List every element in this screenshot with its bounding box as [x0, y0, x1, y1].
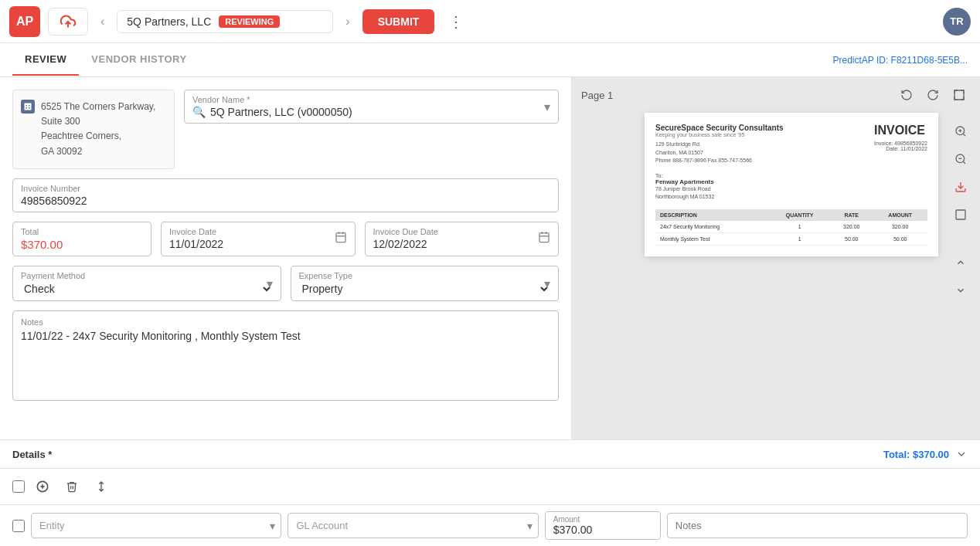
invoice-table-cell: 50.00 — [830, 232, 873, 245]
top-nav: AP ‹ 5Q Partners, LLC REVIEWING › SUBMIT… — [0, 0, 980, 43]
fit-page-button[interactable] — [948, 83, 971, 107]
address-block: 6525 The Corners Parkway, Suite 300 Peac… — [12, 90, 175, 169]
invoice-company-info: SecureSpace Security Consultants Keeping… — [655, 124, 784, 165]
split-button[interactable] — [90, 475, 113, 498]
invoice-to: To: Fenway Apartments 78 Juniper Brook R… — [655, 173, 927, 202]
scroll-down-button[interactable] — [949, 279, 972, 302]
delete-line-button[interactable] — [60, 475, 83, 498]
tab-review[interactable]: REVIEW — [12, 44, 79, 76]
payment-method-select[interactable]: Check — [21, 282, 273, 296]
invoice-due-date-label: Invoice Due Date — [373, 227, 551, 236]
form-area: 6525 The Corners Parkway, Suite 300 Peac… — [0, 77, 571, 413]
invoice-date-input[interactable] — [169, 238, 347, 250]
svg-rect-5 — [29, 107, 30, 109]
zoom-in-button[interactable] — [949, 120, 972, 143]
invoice-number-field: Invoice Number — [12, 178, 559, 212]
invoice-table-cell: 1 — [769, 221, 830, 233]
building-icon — [21, 100, 35, 114]
details-total: Total: $370.00 — [883, 449, 949, 460]
nav-status-badge: REVIEWING — [219, 15, 280, 28]
app-logo: AP — [9, 6, 40, 37]
entity-select[interactable]: Entity — [31, 513, 281, 538]
line-amount-field: Amount $370.00 — [545, 511, 661, 540]
details-header[interactable]: Details * Total: $370.00 — [0, 440, 980, 469]
vendor-name-label: Vendor Name * — [192, 95, 550, 104]
svg-line-16 — [963, 134, 965, 136]
nav-prev-button[interactable]: ‹ — [96, 12, 109, 32]
invoice-number-row: Invoice Number — [12, 178, 559, 212]
notes-textarea[interactable]: 11/01/22 - 24x7 Security Monitoring , Mo… — [21, 330, 550, 392]
download-button[interactable] — [949, 175, 972, 198]
details-actions — [0, 469, 980, 505]
total-value: $370.00 — [21, 238, 143, 251]
invoice-due-date-field: Invoice Due Date — [365, 222, 560, 256]
invoice-company-addr: 129 Sturbridge Rd. Charlton, MA 01507 Ph… — [655, 141, 784, 165]
invoice-table-cell: 24x7 Security Monitoring — [655, 221, 769, 233]
invoice-table-cell: 1 — [769, 232, 830, 245]
rotate-right-button[interactable] — [921, 83, 944, 107]
col-amount: AMOUNT — [873, 209, 927, 221]
tab-vendor-history[interactable]: VENDOR HISTORY — [79, 44, 199, 76]
payment-method-label: Payment Method — [21, 271, 273, 280]
line-item-row: Entity ▾ GL Account ▾ Amount $370.00 — [0, 505, 980, 546]
add-line-button[interactable] — [31, 475, 54, 498]
expense-type-field: Expense Type Property ▾ — [291, 266, 560, 301]
svg-rect-1 — [25, 103, 32, 110]
invoice-date-label: Invoice Date — [169, 227, 347, 236]
invoice-table: DESCRIPTION QUANTITY RATE AMOUNT 24x7 Se… — [655, 209, 927, 246]
preview-toolbar: Page 1 — [572, 77, 980, 113]
address-vendor-row: 6525 The Corners Parkway, Suite 300 Peac… — [12, 90, 559, 169]
fullscreen-button[interactable] — [949, 203, 972, 226]
total-field: Total $370.00 — [12, 222, 151, 256]
upload-button[interactable] — [48, 8, 88, 36]
invoice-header: SecureSpace Security Consultants Keeping… — [655, 124, 927, 165]
line-item-checkbox[interactable] — [12, 520, 25, 532]
notes-label: Notes — [21, 317, 550, 327]
date-row: Total $370.00 Invoice Date Invoice Due D… — [12, 222, 559, 256]
bottom-details: Details * Total: $370.00 Entity ▾ — [0, 439, 980, 546]
address-line2: Peachtree Corners, — [41, 129, 165, 144]
preview-side-tools — [949, 120, 972, 302]
vendor-name-field: Vendor Name * 🔍 ▾ — [184, 90, 559, 124]
col-description: DESCRIPTION — [655, 209, 769, 221]
address-line3: GA 30092 — [41, 144, 165, 159]
details-chevron-icon — [955, 448, 968, 460]
invoice-company-tagline: Keeping your business safe since '95 — [655, 132, 784, 137]
invoice-due-date-input[interactable] — [373, 238, 551, 250]
entity-field: Entity ▾ — [31, 513, 281, 538]
invoice-meta: Invoice: 49856850922 Date: 11/01/2022 — [874, 141, 927, 151]
submit-button[interactable]: SUBMIT — [362, 9, 435, 34]
invoice-document: SecureSpace Security Consultants Keeping… — [645, 113, 938, 256]
invoice-table-cell: 320.00 — [830, 221, 873, 233]
col-rate: RATE — [830, 209, 873, 221]
rotate-left-button[interactable] — [895, 83, 918, 107]
svg-rect-4 — [26, 107, 28, 109]
nav-breadcrumb: 5Q Partners, LLC REVIEWING — [117, 10, 333, 33]
svg-rect-2 — [26, 105, 28, 107]
avatar: TR — [943, 8, 971, 36]
invoice-title-block: INVOICE Invoice: 49856850922 Date: 11/01… — [874, 124, 927, 151]
svg-rect-14 — [954, 90, 964, 100]
details-label: Details * — [12, 449, 52, 460]
preview-tools — [895, 83, 971, 107]
expense-type-label: Expense Type — [299, 271, 551, 280]
predictap-id: PredictAP ID: F8211D68-5E5B... — [832, 55, 968, 66]
amount-label: Amount — [553, 515, 652, 524]
amount-value: $370.00 — [553, 524, 652, 536]
select-all-checkbox[interactable] — [12, 480, 25, 493]
more-options-button[interactable]: ⋮ — [442, 9, 470, 34]
col-quantity: QUANTITY — [769, 209, 830, 221]
payment-method-field: Payment Method Check ▾ — [12, 266, 281, 301]
invoice-number-input[interactable] — [21, 195, 550, 207]
vendor-name-input[interactable] — [210, 106, 550, 118]
zoom-out-button[interactable] — [949, 148, 972, 171]
address-line1: 6525 The Corners Parkway, Suite 300 — [41, 100, 165, 129]
invoice-table-cell: 320.00 — [873, 221, 927, 233]
scroll-up-button[interactable] — [949, 251, 972, 274]
nav-next-button[interactable]: › — [341, 12, 354, 32]
gl-account-field: GL Account ▾ — [288, 513, 538, 538]
line-notes-input[interactable] — [667, 513, 968, 538]
gl-account-select[interactable]: GL Account — [288, 513, 538, 538]
svg-rect-23 — [956, 210, 965, 219]
expense-type-select[interactable]: Property — [299, 282, 551, 296]
